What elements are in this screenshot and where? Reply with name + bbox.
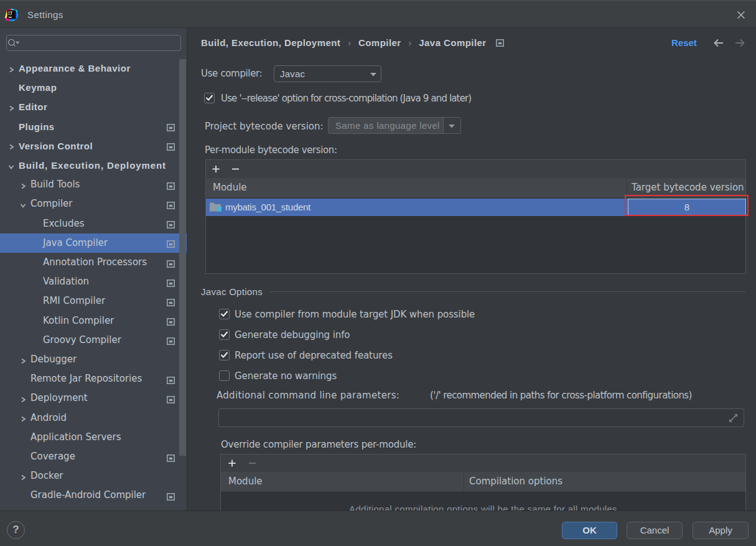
chevron-right-icon[interactable] [19, 396, 27, 403]
window-title: Settings [27, 1, 63, 29]
sidebar-item-label: Android [30, 408, 67, 428]
sidebar-item-label: Java Compiler [43, 233, 108, 253]
bytecode-version-value: Same as language level [335, 118, 440, 133]
chevron-right-icon[interactable] [7, 105, 15, 112]
sidebar-item-groovy-compiler[interactable]: Groovy Compiler [0, 331, 187, 350]
project-settings-icon [167, 182, 175, 190]
sidebar-item-editor[interactable]: Editor [0, 97, 187, 116]
sidebar-item-label: Gradle-Android Compiler [30, 486, 146, 505]
dropdown-arrow-icon [370, 72, 377, 77]
project-settings-icon [167, 377, 175, 384]
forward-arrow-icon[interactable] [734, 37, 746, 49]
ok-button[interactable]: OK [562, 522, 617, 539]
sidebar-item-label: Build, Execution, Deployment [19, 156, 166, 175]
sidebar-item-build-execution-deployment[interactable]: Build, Execution, Deployment [0, 156, 187, 175]
sidebar-item-android[interactable]: Android [0, 408, 187, 428]
sidebar-item-coverage[interactable]: Coverage [0, 447, 187, 466]
sidebar-item-label: RMI Compiler [43, 291, 105, 311]
apply-button[interactable]: Apply [693, 522, 749, 539]
sidebar-item-label: Application Servers [30, 428, 121, 447]
use-compiler-dropdown[interactable]: Javac [274, 65, 381, 82]
checkmark-icon [220, 309, 229, 318]
sidebar-item-annotation-processors[interactable]: Annotation Processors [0, 253, 187, 272]
chevron-right-icon[interactable] [7, 143, 15, 151]
chevron-down-icon[interactable] [7, 163, 15, 171]
remove-icon[interactable] [226, 160, 245, 178]
project-settings-icon [167, 143, 175, 151]
target-bytecode-cell[interactable]: 8 [628, 199, 746, 216]
per-module-table: Module Target bytecode version mybatis_0… [205, 159, 746, 274]
chevron-down-icon[interactable] [19, 202, 27, 209]
back-arrow-icon[interactable] [712, 37, 725, 49]
sidebar-item-java-compiler[interactable]: Java Compiler [0, 233, 187, 253]
sidebar-item-deployment[interactable]: Deployment [0, 388, 187, 408]
sidebar-item-label: Docker [30, 466, 63, 486]
module-column-header[interactable]: Module [213, 178, 247, 197]
release-option-checkbox[interactable] [204, 93, 215, 103]
sidebar-item-plugins[interactable]: Plugins [0, 117, 187, 136]
dialog-footer: ? OK Cancel Apply [0, 511, 756, 546]
cancel-button[interactable]: Cancel [627, 522, 683, 539]
help-button[interactable]: ? [7, 521, 25, 539]
settings-tree: Appearance & BehaviorKeymapEditorPlugins… [0, 28, 187, 511]
sidebar-item-label: Validation [43, 272, 89, 291]
sidebar-item-docker[interactable]: Docker [0, 466, 187, 486]
sidebar-item-label: Excludes [43, 214, 85, 233]
chevron-right-icon[interactable] [19, 182, 27, 190]
options-column-header[interactable]: Compilation options [469, 472, 562, 491]
module-column-header[interactable]: Module [228, 472, 263, 491]
sidebar-item-label: Remote Jar Repositories [30, 369, 142, 388]
chevron-right-icon[interactable] [19, 474, 27, 481]
expand-icon[interactable] [728, 413, 739, 423]
sidebar-item-build-tools[interactable]: Build Tools [0, 175, 187, 194]
sidebar-item-debugger[interactable]: Debugger [0, 350, 187, 369]
sidebar-item-label: Appearance & Behavior [19, 59, 131, 78]
per-module-label: Per-module bytecode version: [205, 144, 337, 156]
breadcrumb-separator: › [401, 38, 419, 48]
table-header: Module Target bytecode version [206, 178, 745, 198]
option-checkbox-generate-debugging-info[interactable] [219, 329, 230, 340]
override-table-empty-text: Additional compilation options will be t… [221, 504, 745, 511]
module-row[interactable]: mybatis_001_student 8 [206, 199, 745, 216]
table-toolbar [206, 160, 745, 178]
option-checkbox-label: Generate debugging info [235, 329, 350, 341]
chevron-right-icon[interactable] [7, 66, 15, 73]
breadcrumb-segment[interactable]: Java Compiler [419, 37, 486, 48]
sidebar-item-compiler[interactable]: Compiler [0, 194, 187, 214]
breadcrumb-segment[interactable]: Build, Execution, Deployment [201, 37, 340, 48]
sidebar-scrollbar-thumb[interactable] [179, 59, 186, 456]
remove-icon[interactable] [243, 454, 262, 472]
option-checkbox-generate-no-warnings[interactable] [219, 370, 230, 381]
chevron-right-icon[interactable] [19, 357, 27, 365]
chevron-right-icon[interactable] [19, 415, 27, 423]
add-icon[interactable] [221, 454, 246, 472]
breadcrumb-segment[interactable]: Compiler [358, 37, 401, 48]
column-divider[interactable] [464, 472, 464, 492]
override-label: Override compiler parameters per-module: [221, 439, 416, 450]
sidebar-item-version-control[interactable]: Version Control [0, 136, 187, 156]
sidebar-item-remote-jar-repositories[interactable]: Remote Jar Repositories [0, 369, 187, 388]
sidebar-item-appearance-behavior[interactable]: Appearance & Behavior [0, 59, 187, 78]
sidebar-item-label: Kotlin Compiler [43, 311, 114, 331]
project-settings-icon [167, 202, 175, 209]
checkmark-icon [220, 330, 229, 339]
sidebar-item-rmi-compiler[interactable]: RMI Compiler [0, 291, 187, 311]
sidebar-item-keymap[interactable]: Keymap [0, 78, 187, 97]
target-column-header[interactable]: Target bytecode version [632, 178, 744, 197]
params-input[interactable] [218, 408, 744, 427]
bytecode-version-dropdown[interactable]: Same as language level [328, 117, 461, 134]
option-checkbox-use-compiler-from-module-target-jdk-when-possible[interactable] [219, 309, 230, 319]
sidebar-item-excludes[interactable]: Excludes [0, 214, 187, 233]
params-label: Additional command line parameters: [217, 390, 399, 401]
params-hint: ('/' recommended in paths for cross-plat… [430, 390, 692, 401]
reset-link[interactable]: Reset [671, 35, 697, 50]
close-icon[interactable] [736, 10, 746, 20]
column-divider[interactable] [627, 178, 627, 198]
option-checkbox-report-use-of-deprecated-features[interactable] [219, 350, 230, 360]
sidebar-item-kotlin-compiler[interactable]: Kotlin Compiler [0, 311, 187, 331]
sidebar-item-gradle-android-compiler[interactable]: Gradle-Android Compiler [0, 486, 187, 505]
sidebar-item-validation[interactable]: Validation [0, 272, 187, 291]
project-settings-icon [167, 221, 175, 228]
sidebar-item-application-servers[interactable]: Application Servers [0, 428, 187, 447]
module-name: mybatis_001_student [225, 199, 310, 216]
